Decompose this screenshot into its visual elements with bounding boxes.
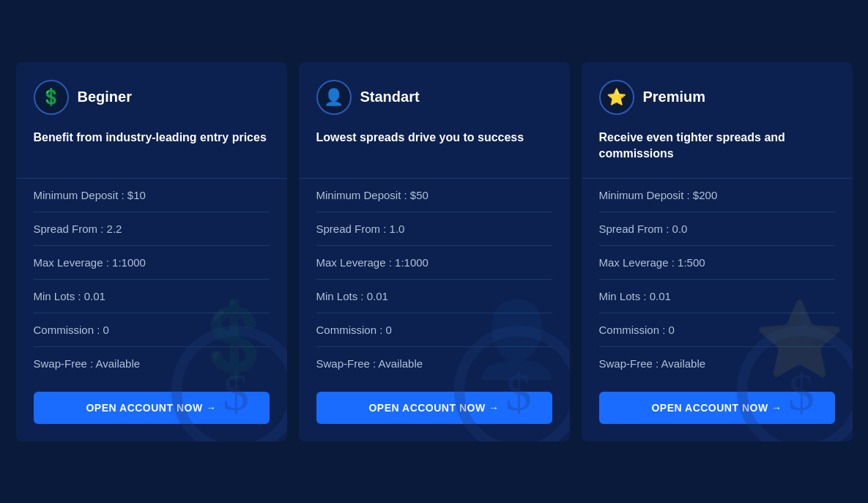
open-account-button-standard[interactable]: OPEN ACCOUNT NOW →: [316, 392, 552, 424]
card-row-2-3: Min Lots : 0.01: [599, 280, 835, 313]
card-row-0-4: Commission : 0: [34, 313, 270, 347]
card-row-0-1: Spread From : 2.2: [34, 212, 270, 246]
card-standard: 👤👤StandartLowest spreads drive you to su…: [299, 62, 570, 441]
card-title-standard: Standart: [360, 89, 420, 105]
open-account-button-beginner[interactable]: OPEN ACCOUNT NOW →: [34, 392, 270, 424]
card-row-1-4: Commission : 0: [316, 313, 552, 347]
card-row-1-3: Min Lots : 0.01: [316, 280, 552, 313]
card-icon-beginner: 💲: [34, 80, 69, 115]
card-header-standard: 👤Standart: [316, 80, 552, 115]
card-beginner: 💲💲BeginerBenefit from industry-leading e…: [16, 62, 287, 441]
card-row-1-2: Max Leverage : 1:1000: [316, 246, 552, 280]
card-icon-standard: 👤: [316, 80, 352, 115]
card-row-1-5: Swap-Free : Available: [316, 347, 552, 380]
card-row-1-1: Spread From : 1.0: [316, 212, 552, 246]
cards-container: 💲💲BeginerBenefit from industry-leading e…: [0, 48, 868, 456]
card-row-1-0: Minimum Deposit : $50: [316, 179, 552, 212]
card-row-0-3: Min Lots : 0.01: [34, 280, 270, 313]
card-header-premium: ⭐Premium: [599, 80, 835, 115]
open-account-button-premium[interactable]: OPEN ACCOUNT NOW →: [599, 392, 835, 424]
card-row-2-4: Commission : 0: [599, 313, 835, 347]
card-row-2-0: Minimum Deposit : $200: [599, 179, 835, 212]
card-row-0-2: Max Leverage : 1:1000: [34, 246, 270, 280]
card-subtitle-standard: Lowest spreads drive you to success: [316, 130, 552, 166]
card-header-beginner: 💲Beginer: [34, 80, 270, 115]
card-title-beginner: Beginer: [78, 89, 132, 105]
card-row-0-0: Minimum Deposit : $10: [34, 179, 270, 212]
card-title-premium: Premium: [643, 89, 706, 105]
card-row-2-5: Swap-Free : Available: [599, 347, 835, 380]
card-row-2-1: Spread From : 0.0: [599, 212, 835, 246]
card-subtitle-beginner: Benefit from industry-leading entry pric…: [34, 130, 270, 166]
card-row-0-5: Swap-Free : Available: [34, 347, 270, 380]
card-icon-premium: ⭐: [599, 80, 634, 115]
card-subtitle-premium: Receive even tighter spreads and commiss…: [599, 130, 835, 166]
card-premium: ⭐⭐PremiumReceive even tighter spreads an…: [582, 62, 853, 441]
card-row-2-2: Max Leverage : 1:500: [599, 246, 835, 280]
